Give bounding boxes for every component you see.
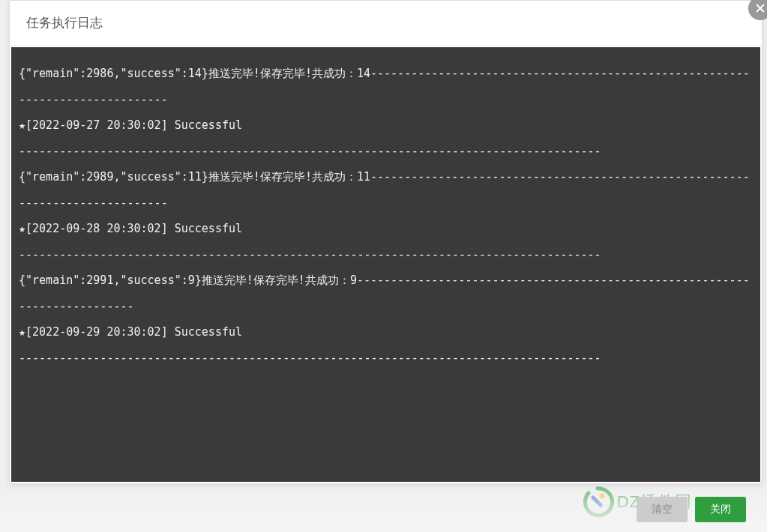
log-output[interactable]: {"remain":2986,"success":14}推送完毕!保存完毕!共成… [11, 47, 760, 482]
close-button[interactable]: 关闭 [695, 497, 746, 522]
x-icon [754, 2, 766, 14]
modal-title: 任务执行日志 [26, 14, 745, 31]
log-line: ----------------------------------------… [19, 139, 753, 165]
log-line: ★[2022-09-29 20:30:02] Successful [19, 319, 753, 345]
log-line: {"remain":2989,"success":11}推送完毕!保存完毕!共成… [19, 164, 753, 216]
modal-header: 任务执行日志 [10, 1, 762, 46]
log-line: ★[2022-09-28 20:30:02] Successful [19, 216, 753, 242]
log-line: {"remain":2991,"success":9}推送完毕!保存完毕!共成功… [19, 267, 753, 319]
log-line: ----------------------------------------… [19, 345, 753, 372]
log-modal: 任务执行日志 {"remain":2986,"success":14}推送完毕!… [9, 0, 763, 484]
log-line: ----------------------------------------… [19, 242, 753, 268]
log-line: {"remain":2986,"success":14}推送完毕!保存完毕!共成… [19, 61, 753, 112]
clear-button[interactable]: 清空 [637, 497, 688, 522]
modal-footer: 清空 关闭 [0, 487, 767, 532]
log-line: ★[2022-09-27 20:30:02] Successful [19, 112, 753, 139]
